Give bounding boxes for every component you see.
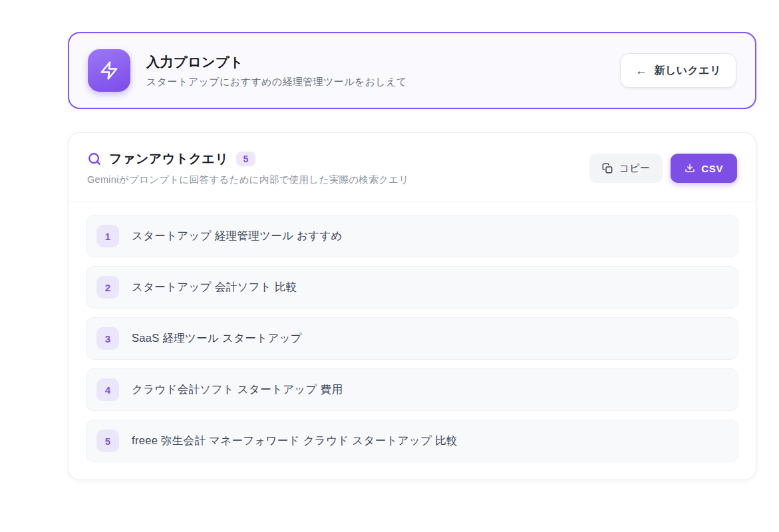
query-text: スタートアップ 会計ソフト 比較 — [132, 280, 297, 295]
prompt-texts: 入力プロンプト スタートアップにおすすめの経理管理ツールをおしえて — [146, 53, 604, 88]
query-number-badge: 3 — [96, 327, 119, 350]
download-icon — [685, 163, 695, 174]
lightning-icon — [88, 49, 130, 92]
query-number-badge: 1 — [96, 225, 119, 247]
fanout-title-row: ファンアウトクエリ 5 — [87, 150, 408, 168]
left-arrow-icon: ← — [635, 65, 648, 76]
query-count-badge: 5 — [236, 152, 256, 166]
query-text: SaaS 経理ツール スタートアップ — [132, 331, 302, 346]
search-icon — [87, 152, 102, 166]
csv-button-label: CSV — [701, 163, 723, 174]
fanout-card-title: ファンアウトクエリ — [109, 150, 229, 168]
query-list-item[interactable]: 1 スタートアップ 経理管理ツール おすすめ — [86, 215, 738, 257]
query-list-item[interactable]: 2 スタートアップ 会計ソフト 比較 — [86, 266, 738, 309]
fanout-header: ファンアウトクエリ 5 Geminiがプロンプトに回答するために内部で使用した実… — [69, 133, 756, 201]
query-number-badge: 4 — [96, 378, 119, 401]
copy-button-label: コピー — [619, 162, 650, 175]
copy-button[interactable]: コピー — [589, 154, 663, 183]
prompt-card-title: 入力プロンプト — [146, 53, 604, 71]
fanout-header-texts: ファンアウトクエリ 5 Geminiがプロンプトに回答するために内部で使用した実… — [87, 150, 408, 186]
copy-icon — [602, 163, 613, 174]
csv-download-button[interactable]: CSV — [671, 154, 737, 183]
new-query-button-label: 新しいクエリ — [654, 64, 721, 78]
input-prompt-card: 入力プロンプト スタートアップにおすすめの経理管理ツールをおしえて ← 新しいク… — [68, 32, 756, 109]
query-list: 1 スタートアップ 経理管理ツール おすすめ 2 スタートアップ 会計ソフト 比… — [69, 201, 756, 479]
query-list-item[interactable]: 4 クラウド会計ソフト スタートアップ 費用 — [86, 368, 738, 411]
query-list-item[interactable]: 5 freee 弥生会計 マネーフォワード クラウド スタートアップ 比較 — [86, 420, 738, 462]
page-container: 入力プロンプト スタートアップにおすすめの経理管理ツールをおしえて ← 新しいク… — [68, 32, 756, 480]
header-actions: コピー CSV — [589, 154, 737, 183]
prompt-text: スタートアップにおすすめの経理管理ツールをおしえて — [146, 76, 604, 88]
query-text: クラウド会計ソフト スタートアップ 費用 — [132, 382, 343, 397]
query-text: スタートアップ 経理管理ツール おすすめ — [132, 229, 343, 243]
query-number-badge: 5 — [96, 430, 119, 452]
new-query-button[interactable]: ← 新しいクエリ — [620, 53, 736, 88]
query-list-item[interactable]: 3 SaaS 経理ツール スタートアップ — [86, 317, 738, 360]
fanout-query-card: ファンアウトクエリ 5 Geminiがプロンプトに回答するために内部で使用した実… — [68, 132, 756, 480]
query-number-badge: 2 — [96, 276, 119, 299]
fanout-card-subtitle: Geminiがプロンプトに回答するために内部で使用した実際の検索クエリ — [87, 174, 408, 186]
query-text: freee 弥生会計 マネーフォワード クラウド スタートアップ 比較 — [132, 434, 458, 448]
